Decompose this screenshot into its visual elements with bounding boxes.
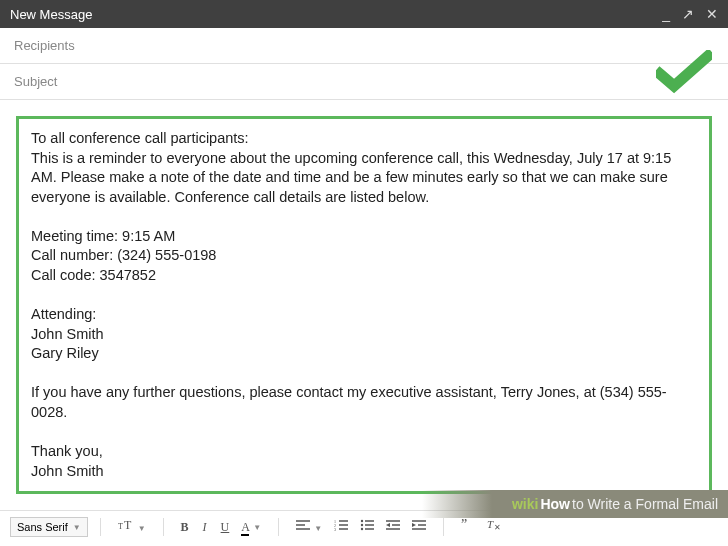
svg-text:T: T xyxy=(118,522,123,531)
svg-point-11 xyxy=(361,520,363,522)
svg-marker-18 xyxy=(386,523,390,527)
wiki-logo: wiki xyxy=(512,496,538,512)
recipients-row[interactable] xyxy=(0,28,728,64)
svg-text:✕: ✕ xyxy=(494,523,501,531)
checkmark-icon xyxy=(656,50,712,98)
bullet-list-button[interactable] xyxy=(355,517,379,537)
recipients-input[interactable] xyxy=(14,38,714,53)
separator xyxy=(278,518,279,536)
numbered-list-button[interactable]: 123 xyxy=(329,517,353,537)
titlebar-controls: _ ↗ ✕ xyxy=(662,6,718,22)
font-family-select[interactable]: Sans Serif ▼ xyxy=(10,517,88,537)
chevron-down-icon: ▼ xyxy=(73,523,81,532)
separator xyxy=(163,518,164,536)
svg-point-12 xyxy=(361,524,363,526)
svg-point-13 xyxy=(361,528,363,530)
titlebar-title: New Message xyxy=(10,7,92,22)
svg-text:”: ” xyxy=(461,519,467,531)
separator xyxy=(100,518,101,536)
email-body[interactable]: To all conference call participants: Thi… xyxy=(31,129,697,481)
chevron-down-icon: ▼ xyxy=(253,523,261,532)
separator xyxy=(443,518,444,536)
svg-marker-22 xyxy=(412,523,416,527)
body-container: To all conference call participants: Thi… xyxy=(0,100,728,510)
font-size-button[interactable]: TT ▼ xyxy=(113,517,151,537)
svg-text:T: T xyxy=(124,519,132,531)
close-icon[interactable]: ✕ xyxy=(706,6,718,22)
underline-button[interactable]: U xyxy=(216,518,235,537)
svg-text:T: T xyxy=(487,519,494,530)
text-color-button[interactable]: A ▼ xyxy=(236,518,266,537)
subject-row[interactable] xyxy=(0,64,728,100)
wikihow-caption: wikiHow to Write a Formal Email xyxy=(422,490,728,518)
chevron-down-icon: ▼ xyxy=(138,524,146,533)
remove-format-button[interactable]: T✕ xyxy=(482,517,506,537)
align-button[interactable]: ▼ xyxy=(291,517,327,537)
indent-less-button[interactable] xyxy=(381,517,405,537)
bold-button[interactable]: B xyxy=(176,518,194,537)
subject-input[interactable] xyxy=(14,74,714,89)
how-logo: How xyxy=(540,496,570,512)
indent-more-button[interactable] xyxy=(407,517,431,537)
chevron-down-icon: ▼ xyxy=(314,524,322,533)
quote-button[interactable]: ” xyxy=(456,517,480,537)
caption-text: to Write a Formal Email xyxy=(572,496,718,512)
compose-window: New Message _ ↗ ✕ To all conference call… xyxy=(0,0,728,546)
titlebar: New Message _ ↗ ✕ xyxy=(0,0,728,28)
body-highlight-frame: To all conference call participants: Thi… xyxy=(16,116,712,494)
svg-text:3: 3 xyxy=(334,527,336,531)
font-family-label: Sans Serif xyxy=(17,521,68,533)
italic-button[interactable]: I xyxy=(196,518,214,537)
expand-icon[interactable]: ↗ xyxy=(682,6,694,22)
minimize-icon[interactable]: _ xyxy=(662,6,670,22)
